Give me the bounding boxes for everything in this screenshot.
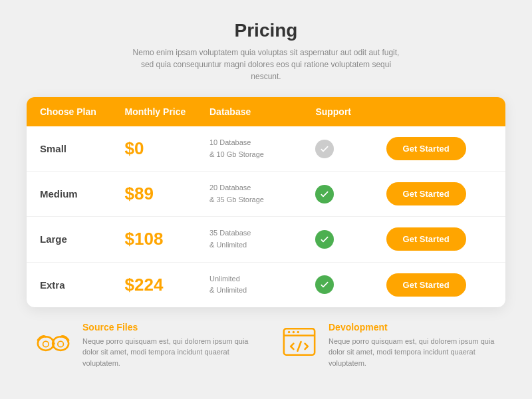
table-row: Large $108 35 Database& Unlimited Get St… [27, 217, 505, 262]
svg-point-8 [293, 331, 295, 332]
plan-name: Extra [40, 279, 125, 291]
table-row: Medium $89 20 Database& 35 Gb Storage Ge… [27, 172, 505, 217]
svg-line-10 [297, 342, 301, 351]
get-started-button[interactable]: Get Started [386, 273, 466, 297]
source-files-desc: Neque porro quisquam est, qui dolorem ip… [82, 336, 253, 369]
svg-point-4 [58, 341, 64, 347]
get-started-button[interactable]: Get Started [386, 227, 466, 251]
get-started-button[interactable]: Get Started [386, 182, 466, 205]
plan-price: $108 [125, 229, 210, 249]
development-icon [279, 322, 319, 362]
plan-name: Small [40, 143, 125, 154]
svg-point-0 [38, 336, 54, 350]
source-files-title: Source Files [82, 322, 253, 332]
table-row: Small $0 10 Database& 10 Gb Storage Get … [27, 126, 505, 172]
plan-database: 20 Database& 35 Gb Storage [209, 182, 315, 205]
plan-database: 35 Database& Unlimited [209, 227, 315, 251]
source-files-text: Source Files Neque porro quisquam est, q… [82, 322, 253, 369]
svg-point-3 [43, 341, 49, 347]
page-title: Pricing [235, 20, 298, 41]
page-subtitle: Nemo enim ipsam voluptatem quia voluptas… [126, 47, 406, 82]
development-title: Devolopment [329, 322, 499, 332]
support-icon [315, 140, 334, 158]
development-desc: Neque porro quisquam est, qui dolorem ip… [329, 336, 499, 369]
header-database: Database [209, 106, 315, 117]
table-row: Extra $224 Unlimited& Unlimited Get Star… [27, 263, 505, 307]
feature-source-files: Source Files Neque porro quisquam est, q… [33, 322, 253, 369]
support-icon [315, 185, 334, 203]
plan-database: 10 Database& 10 Gb Storage [209, 137, 315, 160]
svg-point-7 [288, 331, 290, 332]
header-support: Support [315, 106, 386, 117]
development-text: Devolopment Neque porro quisquam est, qu… [329, 322, 499, 369]
plan-database: Unlimited& Unlimited [209, 273, 315, 297]
header-plan: Choose Plan [40, 106, 125, 117]
plan-price: $89 [125, 184, 210, 204]
plan-name: Medium [40, 188, 125, 200]
plan-name: Large [40, 233, 125, 245]
plan-price: $0 [125, 138, 210, 159]
pricing-card: Choose Plan Monthly Price Database Suppo… [27, 97, 505, 307]
get-started-button[interactable]: Get Started [386, 137, 466, 160]
svg-point-9 [297, 331, 299, 332]
support-icon [315, 230, 334, 249]
feature-development: Devolopment Neque porro quisquam est, qu… [279, 322, 499, 369]
plan-price: $224 [125, 275, 210, 295]
header-action [386, 106, 492, 117]
header-price: Monthly Price [125, 106, 210, 117]
support-icon [315, 275, 334, 294]
source-files-icon [33, 322, 73, 362]
table-header: Choose Plan Monthly Price Database Suppo… [27, 97, 505, 126]
features-section: Source Files Neque porro quisquam est, q… [27, 322, 505, 369]
